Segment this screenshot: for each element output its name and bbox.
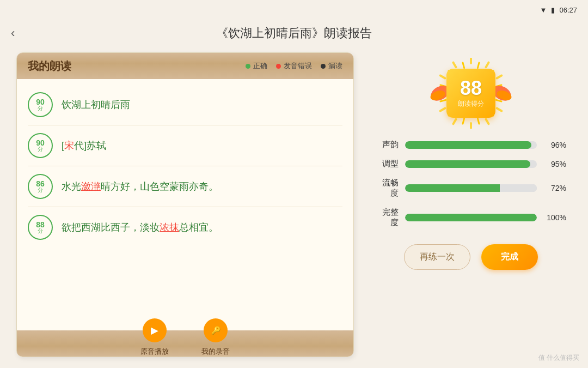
wifi-icon: ▼ — [540, 6, 547, 14]
legend-phonetic-error: 发音错误 — [276, 61, 312, 71]
poem-line-4: 88 分 欲把西湖比西子，淡妆浓抹总相宜。 — [28, 207, 342, 248]
score-badge-4: 88 分 — [28, 215, 53, 240]
panel-title: 我的朗读 — [28, 59, 71, 74]
score-badge-1: 90 分 — [28, 92, 53, 117]
poem-line-3: 86 分 水光潋滟晴方好，山色空蒙雨亦奇。 — [28, 166, 342, 207]
score-num-3: 86 — [36, 180, 45, 188]
stat-bar-bg-shenyun — [405, 141, 537, 149]
back-button[interactable]: ‹ — [11, 26, 15, 40]
stat-label-shenyun: 声韵 — [376, 140, 399, 150]
medal-score-label: 朗读得分 — [458, 99, 484, 108]
poem-content: 90 分 饮湖上初晴后雨 90 分 [宋代]苏轼 86 分 水光潋滟晴方好 — [17, 79, 353, 330]
watermark: 值 什么值得买 — [538, 353, 579, 363]
svg-line-1 — [486, 63, 489, 68]
stat-row-shenyun: 声韵 96% — [376, 140, 566, 150]
error-word-1: 潋滟 — [81, 181, 101, 192]
battery-icon: ▮ — [551, 6, 555, 14]
score-badge-3: 86 分 — [28, 174, 53, 199]
missed-dot — [321, 64, 326, 69]
play-icon: ▶ — [143, 318, 167, 342]
medal-inner: 88 朗读得分 — [429, 69, 513, 118]
score-panel: 88 朗读得分 声韵 96% 调型 — [370, 52, 572, 357]
poem-line-1: 90 分 饮湖上初晴后雨 — [28, 85, 342, 125]
phonetic-error-label: 发音错误 — [284, 61, 312, 71]
error-word-2: 浓抹 — [160, 222, 179, 233]
stat-bar-fill-shenyun — [405, 141, 531, 149]
score-badge-2: 90 分 — [28, 133, 53, 158]
stat-bar-bg-liuchang — [405, 184, 537, 192]
stat-label-liuchang: 流畅度 — [376, 178, 399, 198]
stat-row-diaoxing: 调型 95% — [376, 159, 566, 169]
svg-line-12 — [477, 63, 479, 68]
bracket-word: 宋 — [64, 140, 74, 151]
score-fen-3: 分 — [38, 188, 43, 193]
legend: 正确 发音错误 漏读 — [246, 61, 342, 71]
correct-label: 正确 — [253, 61, 267, 71]
poem-text-3: 水光潋滟晴方好，山色空蒙雨亦奇。 — [62, 179, 218, 194]
score-fen-1: 分 — [38, 106, 43, 111]
left-wing — [429, 81, 446, 105]
medal-hexagon: 88 朗读得分 — [446, 69, 495, 118]
svg-line-17 — [477, 118, 479, 124]
right-wing — [495, 81, 513, 105]
score-num-4: 88 — [36, 221, 45, 228]
my-recording-button[interactable]: 🔑 我的录音 — [201, 330, 230, 357]
correct-dot — [246, 64, 250, 69]
stat-percent-wanzheng: 100% — [543, 213, 566, 222]
record-icon: 🔑 — [204, 318, 228, 342]
score-medal: 88 朗读得分 — [436, 58, 506, 129]
stat-percent-shenyun: 96% — [543, 141, 566, 149]
stat-percent-diaoxing: 95% — [543, 160, 566, 168]
stat-bar-fill-diaoxing — [405, 160, 530, 168]
svg-line-23 — [463, 63, 464, 68]
stat-bar-fill-wanzheng — [405, 214, 537, 221]
time-display: 06:27 — [559, 6, 577, 14]
svg-line-11 — [454, 63, 456, 68]
score-fen-4: 分 — [38, 228, 43, 234]
legend-missed: 漏读 — [321, 61, 342, 71]
legend-correct: 正确 — [246, 61, 267, 71]
stats-container: 声韵 96% 调型 95% 流畅度 72% 完整度 — [370, 140, 572, 228]
stat-percent-liuchang: 72% — [543, 184, 566, 192]
stat-label-wanzheng: 完整度 — [376, 207, 399, 228]
score-num-2: 90 — [36, 139, 45, 147]
header: ‹ 《饮湖上初晴后雨》朗读报告 — [0, 20, 588, 47]
poem-text-2: [宋代]苏轼 — [62, 138, 106, 153]
scroll-header: 我的朗读 正确 发音错误 漏读 — [17, 53, 353, 79]
poem-text-1: 饮湖上初晴后雨 — [62, 98, 130, 112]
score-fen-2: 分 — [38, 147, 43, 152]
poem-text-4: 欲把西湖比西子，淡妆浓抹总相宜。 — [62, 220, 218, 235]
phonetic-error-dot — [276, 64, 281, 69]
svg-line-18 — [463, 118, 464, 124]
page-title: 《饮湖上初晴后雨》朗读报告 — [216, 25, 372, 41]
svg-line-7 — [454, 119, 456, 124]
record-label: 我的录音 — [201, 347, 230, 357]
scroll-footer: ▶ 原音播放 🔑 我的录音 — [17, 330, 353, 357]
svg-line-5 — [486, 119, 489, 124]
stat-bar-bg-wanzheng — [405, 214, 537, 221]
score-num-1: 90 — [36, 98, 45, 106]
stat-bar-bg-diaoxing — [405, 160, 537, 168]
play-original-button[interactable]: ▶ 原音播放 — [140, 330, 169, 357]
missed-label: 漏读 — [328, 61, 342, 71]
action-buttons: 再练一次 完成 — [404, 244, 538, 270]
retry-button[interactable]: 再练一次 — [404, 244, 470, 270]
poem-line-2: 90 分 [宋代]苏轼 — [28, 125, 342, 166]
stat-label-diaoxing: 调型 — [376, 159, 399, 169]
play-label: 原音播放 — [140, 347, 169, 357]
status-bar: ▼ ▮ 06:27 — [0, 0, 588, 20]
main-content: 我的朗读 正确 发音错误 漏读 90 — [0, 47, 588, 368]
stat-row-liuchang: 流畅度 72% — [376, 178, 566, 198]
medal-score-value: 88 — [460, 79, 482, 98]
done-button[interactable]: 完成 — [481, 244, 538, 270]
reading-panel: 我的朗读 正确 发音错误 漏读 90 — [16, 52, 354, 357]
stat-row-wanzheng: 完整度 100% — [376, 207, 566, 228]
